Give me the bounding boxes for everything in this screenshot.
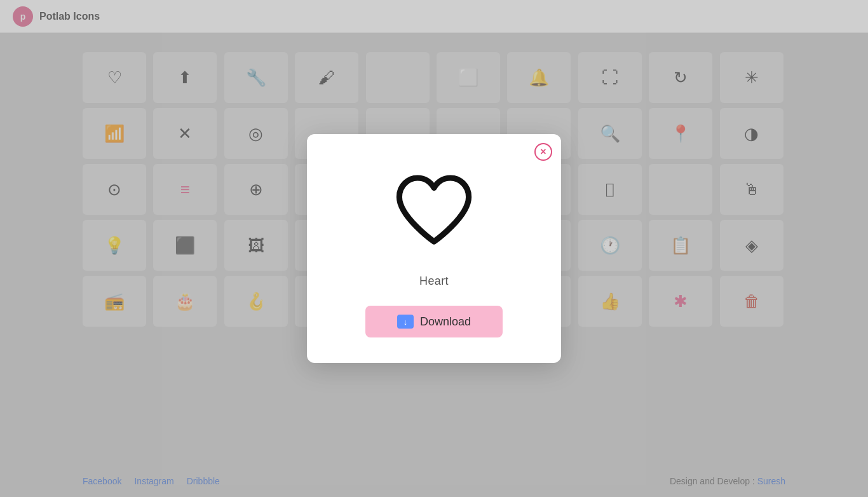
modal-icon-area <box>332 160 536 262</box>
modal-close-button[interactable]: × <box>534 143 552 161</box>
icon-detail-modal: × Heart ↓ Download <box>307 134 561 363</box>
download-box-icon: ↓ <box>397 315 414 329</box>
modal-heart-icon <box>393 170 475 252</box>
download-label: Download <box>420 315 471 329</box>
modal-icon-name: Heart <box>419 275 449 288</box>
download-button[interactable]: ↓ Download <box>365 306 503 337</box>
modal-overlay: × Heart ↓ Download <box>0 0 868 497</box>
